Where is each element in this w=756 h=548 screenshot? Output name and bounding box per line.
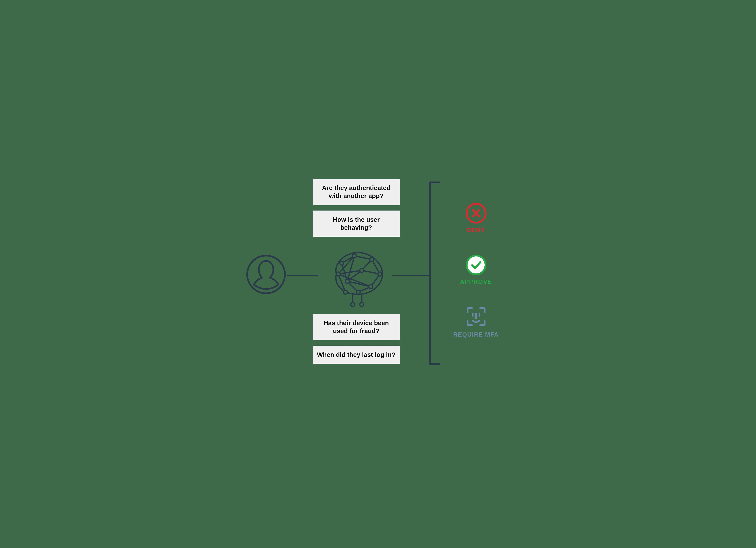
svg-line-11 [362, 271, 380, 274]
svg-point-26 [369, 285, 373, 289]
auth-decision-diagram: Are they authenticated with another app?… [240, 174, 516, 374]
svg-point-25 [345, 279, 349, 283]
question-text: When did they last log in? [317, 351, 396, 358]
outcome-label: DENY [443, 227, 509, 234]
outcome-approve: APPROVE [443, 254, 509, 285]
question-card: Has their device been used for fraud? [313, 314, 400, 340]
user-circle-icon [246, 254, 286, 295]
neural-net-brain-icon [325, 247, 387, 309]
svg-point-30 [360, 302, 364, 306]
connector-line [392, 275, 429, 276]
svg-point-27 [356, 290, 360, 294]
question-text: How is the user behaving? [333, 216, 380, 231]
svg-point-23 [378, 272, 382, 276]
svg-point-19 [336, 272, 340, 276]
svg-point-22 [370, 258, 374, 262]
question-card: How is the user behaving? [313, 211, 400, 237]
outcome-label: APPROVE [443, 278, 509, 285]
outcome-label: REQUIRE MFA [443, 331, 509, 338]
outcome-mfa: REQUIRE MFA [443, 305, 509, 338]
connector-line [287, 275, 318, 276]
question-card: Are they authenticated with another app? [313, 179, 400, 205]
question-text: Has their device been used for fraud? [324, 319, 389, 334]
decision-bracket [429, 182, 440, 365]
svg-point-24 [360, 269, 364, 273]
face-id-icon [464, 305, 488, 328]
svg-point-20 [340, 261, 344, 265]
svg-line-6 [355, 256, 372, 260]
svg-point-34 [467, 256, 485, 274]
x-circle-icon [465, 202, 487, 224]
question-card: When did they last log in? [313, 346, 400, 364]
svg-point-28 [343, 290, 347, 294]
check-circle-filled-icon [465, 254, 487, 276]
question-text: Are they authenticated with another app? [322, 184, 390, 199]
svg-point-29 [351, 302, 355, 306]
outcome-deny: DENY [443, 202, 509, 234]
svg-point-21 [353, 254, 357, 258]
